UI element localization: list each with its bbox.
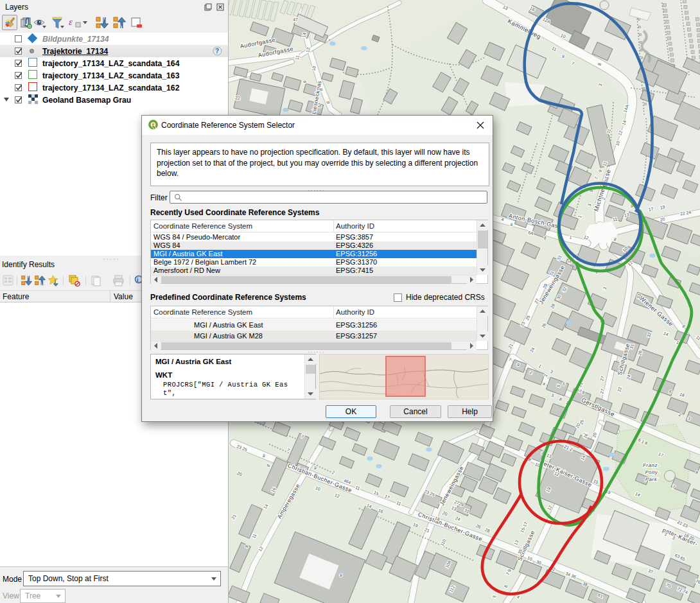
- svg-text:Park: Park: [645, 476, 658, 482]
- svg-text:10: 10: [311, 66, 316, 71]
- svg-text:Polly-: Polly-: [645, 469, 660, 475]
- svg-text:47: 47: [293, 17, 298, 22]
- svg-text:22: 22: [235, 96, 240, 100]
- svg-text:ε: ε: [69, 17, 73, 27]
- svg-text:20: 20: [660, 216, 665, 222]
- svg-text:?: ?: [215, 48, 219, 55]
- svg-text:i: i: [137, 277, 139, 283]
- svg-text:Franz-: Franz-: [643, 462, 660, 468]
- svg-text:19: 19: [660, 204, 665, 209]
- svg-text:14: 14: [301, 32, 306, 38]
- svg-text:13: 13: [624, 212, 629, 217]
- svg-text:12: 12: [305, 47, 310, 53]
- svg-text:17: 17: [648, 206, 654, 211]
- svg-text:11: 11: [612, 216, 617, 222]
- svg-text:11: 11: [294, 55, 299, 60]
